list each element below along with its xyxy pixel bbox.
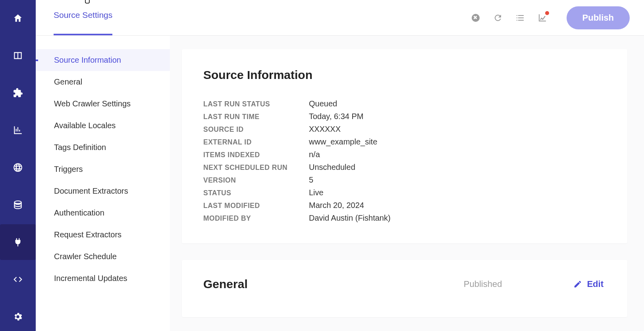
info-value: n/a — [309, 150, 320, 159]
main-area: Source Settings Publish Source Informati… — [36, 0, 644, 331]
pencil-icon — [573, 280, 582, 289]
list-icon[interactable] — [515, 13, 525, 23]
info-value: Today, 6:34 PM — [309, 112, 363, 121]
info-value: Queued — [309, 99, 337, 108]
section-nav-item[interactable]: General — [36, 71, 170, 93]
top-bar: Source Settings Publish — [36, 0, 644, 36]
info-label: LAST RUN STATUS — [203, 100, 309, 108]
section-nav: Source InformationGeneralWeb Crawler Set… — [36, 36, 170, 331]
close-icon[interactable] — [470, 13, 481, 23]
section-nav-item[interactable]: Available Locales — [36, 115, 170, 137]
section-nav-item[interactable]: Web Crawler Settings — [36, 93, 170, 115]
info-label: MODIFIED BY — [203, 214, 309, 223]
info-rows: LAST RUN STATUSQueuedLAST RUN TIMEToday,… — [203, 99, 604, 223]
rail-puzzle-icon[interactable] — [9, 84, 27, 102]
general-heading: General — [203, 277, 248, 291]
info-label: EXTERNAL ID — [203, 138, 309, 146]
source-info-heading: Source Information — [203, 68, 604, 82]
info-label: VERSION — [203, 176, 309, 185]
info-label: STATUS — [203, 189, 309, 197]
content-region: Source InformationGeneralWeb Crawler Set… — [36, 36, 644, 331]
rail-plug-icon[interactable] — [0, 224, 36, 260]
section-nav-item[interactable]: Crawler Schedule — [36, 246, 170, 267]
info-value: Live — [309, 188, 324, 197]
card-general: General Published Edit — [182, 260, 627, 317]
info-row: EXTERNAL IDwww_example_site — [203, 137, 604, 146]
info-value: Unscheduled — [309, 163, 355, 172]
rail-database-icon[interactable] — [9, 196, 27, 214]
info-label: ITEMS INDEXED — [203, 151, 309, 159]
notification-dot — [545, 11, 549, 15]
rail-bar-chart-icon[interactable] — [9, 121, 27, 139]
info-row: NEXT SCHEDULED RUNUnscheduled — [203, 163, 604, 172]
info-row: LAST MODIFIEDMarch 20, 2024 — [203, 201, 604, 210]
rail-globe-icon[interactable] — [9, 159, 27, 176]
info-row: VERSION5 — [203, 175, 604, 185]
tab-source-settings[interactable]: Source Settings — [54, 0, 112, 35]
info-row: ITEMS INDEXEDn/a — [203, 150, 604, 159]
info-value: XXXXXX — [309, 125, 341, 134]
info-row: SOURCE IDXXXXXX — [203, 125, 604, 134]
left-icon-rail — [0, 0, 36, 331]
card-source-information: Source Information LAST RUN STATUSQueued… — [182, 49, 627, 243]
info-row: LAST RUN STATUSQueued — [203, 99, 604, 108]
rail-code-icon[interactable] — [9, 271, 27, 288]
edit-button[interactable]: Edit — [573, 279, 604, 289]
line-chart-icon[interactable] — [537, 13, 548, 23]
section-nav-item[interactable]: Tags Definition — [36, 137, 170, 158]
info-value: 5 — [309, 175, 313, 185]
section-nav-item[interactable]: Incremental Updates — [36, 267, 170, 289]
publish-button[interactable]: Publish — [567, 6, 630, 29]
top-actions: Publish — [470, 0, 630, 36]
rail-home-icon[interactable] — [9, 10, 27, 27]
refresh-icon[interactable] — [493, 13, 503, 23]
info-label: NEXT SCHEDULED RUN — [203, 164, 309, 172]
info-label: LAST RUN TIME — [203, 113, 309, 121]
section-nav-item[interactable]: Source Information — [36, 49, 170, 71]
edit-label: Edit — [587, 279, 604, 289]
info-row: STATUSLive — [203, 188, 604, 197]
rail-panel-icon[interactable] — [9, 47, 27, 64]
info-label: LAST MODIFIED — [203, 202, 309, 210]
section-nav-item[interactable]: Authentication — [36, 202, 170, 224]
section-nav-item[interactable]: Triggers — [36, 158, 170, 180]
panels-scroll[interactable]: Source Information LAST RUN STATUSQueued… — [170, 36, 644, 331]
section-nav-item[interactable]: Request Extractors — [36, 224, 170, 246]
info-row: MODIFIED BYDavid Austin (Fishtank) — [203, 214, 604, 223]
info-value: March 20, 2024 — [309, 201, 364, 210]
published-label: Published — [464, 279, 502, 289]
info-value: www_example_site — [309, 137, 377, 146]
info-label: SOURCE ID — [203, 125, 309, 134]
info-row: LAST RUN TIMEToday, 6:34 PM — [203, 112, 604, 121]
info-value: David Austin (Fishtank) — [309, 214, 391, 223]
rail-gear-icon[interactable] — [9, 308, 27, 325]
section-nav-item[interactable]: Document Extractors — [36, 180, 170, 202]
